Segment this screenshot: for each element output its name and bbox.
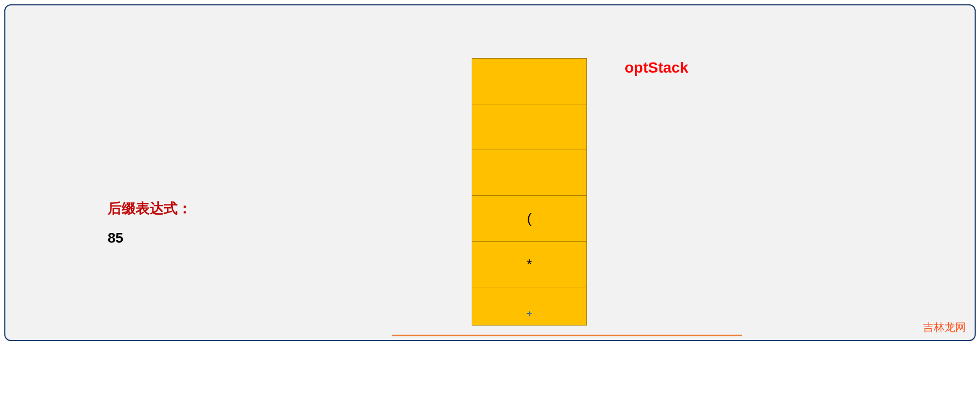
stack-cell-1: * [472, 241, 587, 287]
postfix-block: 后缀表达式： 85 [108, 199, 192, 246]
stack-cell-5 [472, 58, 587, 104]
opt-stack: ( * + [472, 58, 587, 326]
watermark: 吉林龙网 [923, 320, 966, 335]
postfix-value: 85 [108, 230, 192, 246]
stack-cell-4 [472, 104, 587, 150]
postfix-label: 后缀表达式： [108, 199, 192, 218]
stack-cell-2: ( [472, 195, 587, 242]
stack-title: optStack [625, 59, 688, 76]
stack-cell-0: + [472, 287, 587, 326]
stack-baseline [392, 335, 742, 336]
stack-cell-3 [472, 150, 587, 196]
diagram-frame: 后缀表达式： 85 ( * + optStack 吉林龙网 [4, 4, 976, 341]
